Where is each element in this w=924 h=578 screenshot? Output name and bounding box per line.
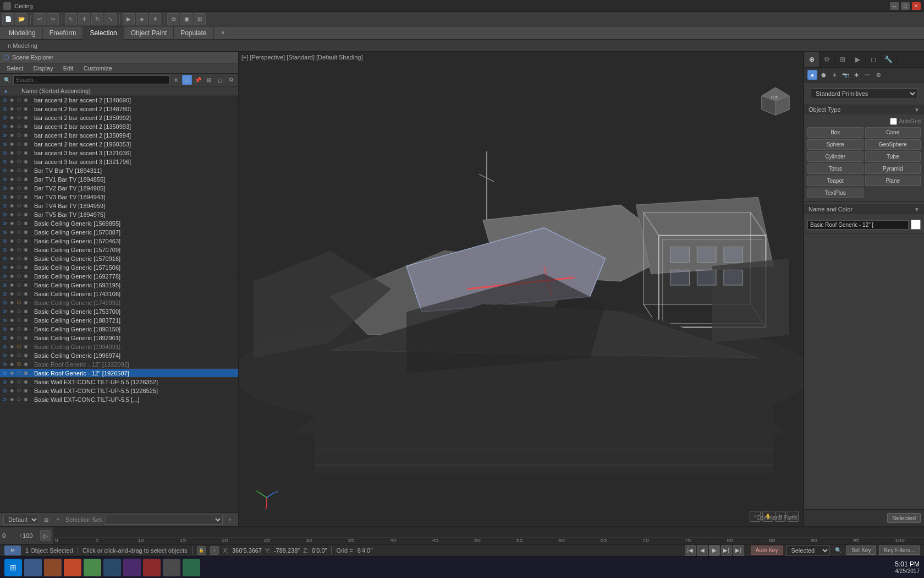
btn-tube[interactable]: Tube [865,151,921,162]
btn-cylinder[interactable]: Cylinder [807,151,864,162]
start-button[interactable]: ⊞ [4,559,22,576]
tb-material[interactable]: ◈ [136,13,148,25]
btn-plane[interactable]: Plane [865,176,921,186]
timeline-bar[interactable]: 0 5 10 15 20 25 30 35 40 45 50 55 60 65 … [53,527,924,544]
tb-move[interactable]: ✛ [78,13,90,25]
maximize-button[interactable]: □ [901,2,910,10]
coord-icon2[interactable]: ⊹ [210,546,219,555]
transport-start[interactable]: |◀ [685,545,696,556]
taskbar-app5[interactable] [143,559,161,576]
color-swatch[interactable] [911,220,921,230]
rp-tab-modify[interactable]: ⚙ [820,52,835,67]
scene-list-item[interactable]: ◎ ◉ ⬡ ▣ bar accent 3 bar accent 3 [13210… [0,149,238,157]
taskbar-ie[interactable] [24,559,42,576]
scene-list-item[interactable]: ◎ ◉ ⬡ ▣ bar accent 2 bar accent 2 [13509… [0,122,238,131]
selected-mode-dropdown[interactable]: Selected [786,546,830,555]
footer-icon1[interactable]: ⊞ [41,515,51,525]
tab-freeform[interactable]: Freeform [43,26,84,40]
scene-list-item[interactable]: ◎ ◉ ⬡ ▣ Bar TV1 Bar TV [1894855] [0,175,238,184]
scene-list-item[interactable]: ◎ ◉ ⬡ ▣ bar accent 2 bar accent 2 [13487… [0,105,238,113]
tb-open[interactable]: 📂 [15,13,28,25]
scene-list-item[interactable]: ◎ ◉ ⬡ ▣ bar accent 2 bar accent 2 [13509… [0,113,238,122]
tb-lights[interactable]: ☀ [149,13,161,25]
object-name-input[interactable] [807,220,909,230]
rp-helper-icon[interactable]: ✚ [851,70,861,80]
scene-list-item[interactable]: ◎ ◉ ⬡ ▣ bar accent 2 bar accent 2 [13509… [0,131,238,140]
scene-list-item[interactable]: ◎ ◉ ⬡ ▣ Basic Ceiling Generic [1570463] [0,237,238,246]
view-cube[interactable]: TOP [759,85,792,118]
btn-sphere[interactable]: Sphere [807,139,864,150]
rp-tab-hierarchy[interactable]: ⊞ [835,52,850,67]
rp-spacewarp-icon[interactable]: 〰 [862,70,872,80]
transport-prev[interactable]: ◀ [697,545,708,556]
minimize-button[interactable]: ─ [890,2,899,10]
scene-list-item[interactable]: ◎ ◉ ⬡ ▣ Basic Ceiling Generic [1883721] [0,316,238,325]
st-local-icon[interactable]: 📌 [193,75,203,85]
scene-list-item[interactable]: ◎ ◉ ⬡ ▣ Basic Ceiling Generic [1996974] [0,351,238,360]
rp-shape-icon[interactable]: ⬟ [818,70,828,80]
scene-list-item[interactable]: ◎ ◉ ⬡ ▣ Basic Wall EXT-CONC.TILT-UP-5.5 … [0,395,238,404]
rp-tab-motion[interactable]: ▶ [850,52,866,67]
scene-list-item[interactable]: ◎ ◉ ⬡ ▣ Basic Ceiling Generic [1570709] [0,246,238,254]
taskbar-firefox[interactable] [64,559,81,576]
st-search-icon[interactable]: 🔍 [2,75,12,85]
transport-next[interactable]: ▶| [721,545,732,556]
tb-redo[interactable]: ↪ [47,13,59,25]
tb-rotate[interactable]: ↻ [91,13,103,25]
tab-selection[interactable]: Selection [83,26,124,40]
set-key-button[interactable]: Set Key [846,546,876,555]
taskbar-unreal[interactable] [123,559,141,576]
taskbar-app6[interactable] [163,559,180,576]
rp-tab-create[interactable]: ⊕ [804,52,820,67]
coord-lock-icon[interactable]: 🔒 [197,546,206,555]
rp-tab-display[interactable]: ◻ [866,52,881,67]
scene-list-item[interactable]: ◎ ◉ ⬡ ▣ Basic Ceiling Generic [1743106] [0,290,238,298]
footer-add-icon[interactable]: + [225,515,235,525]
auto-key-button[interactable]: Auto Key [751,546,783,555]
scene-list-item[interactable]: ◎ ◉ ⬡ ▣ Basic Ceiling Generic [1749992] [0,298,238,307]
tab-populate[interactable]: Populate [174,26,213,40]
tb-select[interactable]: ↖ [65,13,77,25]
scene-menu-edit[interactable]: Edit [59,64,78,72]
scene-list-item[interactable]: ◎ ◉ ⬡ ▣ Basic Ceiling Generic [1890150] [0,325,238,334]
scene-list-item[interactable]: ◎ ◉ ⬡ ▣ Basic Ceiling Generic [1693195] [0,281,238,290]
scene-list-item[interactable]: ◎ ◉ ⬡ ▣ Bar TV2 Bar TV [1894905] [0,184,238,193]
tab-modeling[interactable]: Modeling [2,26,43,40]
tab-object-paint[interactable]: Object Paint [124,26,174,40]
tb-layer[interactable]: ⧉ [167,13,179,25]
autogrid-checkbox[interactable] [890,118,897,125]
key-search-icon[interactable]: 🔍 [833,546,843,555]
rp-systems-icon[interactable]: ⚙ [873,70,883,80]
rp-camera-icon[interactable]: 📷 [840,70,850,80]
scene-list-item[interactable]: ◎ ◉ ⬡ ▣ bar accent 2 bar accent 2 [13486… [0,96,238,105]
st-clear-icon[interactable]: ✕ [171,75,181,85]
tb-group[interactable]: ▣ [180,13,193,25]
taskbar-app7[interactable] [183,559,200,576]
btn-torus[interactable]: Torus [807,163,864,174]
primitives-dropdown[interactable]: Standard Primitives [811,88,917,99]
scene-list-item[interactable]: ◎ ◉ ⬡ ▣ Bar TV Bar TV [1894311] [0,166,238,175]
btn-box[interactable]: Box [807,127,864,138]
scene-list-item[interactable]: ◎ ◉ ⬡ ▣ Bar TV4 Bar TV [1894959] [0,201,238,210]
scene-list-item[interactable]: ◎ ◉ ⬡ ▣ Basic Ceiling Generic [1753700] [0,307,238,316]
scene-list-item[interactable]: ◎ ◉ ⬡ ▣ Bar TV5 Bar TV [1894975] [0,210,238,219]
tb-new[interactable]: 📄 [2,13,14,25]
key-filters-button[interactable]: Key Filters... [879,546,920,555]
btn-textplus[interactable]: TextPlus [807,188,864,198]
scene-list-item[interactable]: ◎ ◉ ⬡ ▣ Basic Ceiling Generic [1892901] [0,334,238,342]
btn-teapot[interactable]: Teapot [807,176,864,186]
btn-cone[interactable]: Cone [865,127,921,138]
scene-list-item[interactable]: ◎ ◉ ⬡ ▣ Basic Ceiling Generic [1994991] [0,342,238,351]
selection-set-dropdown[interactable] [105,515,223,525]
layer-dropdown[interactable]: Default [3,515,39,525]
object-type-header[interactable]: Object Type ▼ [804,105,924,114]
rp-tab-utilities[interactable]: 🔧 [881,52,897,67]
scene-list[interactable]: ◎ ◉ ⬡ ▣ bar accent 2 bar accent 2 [13486… [0,96,238,512]
scene-menu-customize[interactable]: Customize [79,64,117,72]
scene-list-item[interactable]: ◎ ◉ ⬡ ▣ Basic Ceiling Generic [1571506] [0,263,238,272]
scene-menu-display[interactable]: Display [29,64,58,72]
st-layers-icon[interactable]: ⧉ [226,75,236,85]
st-hierarchy-icon[interactable]: ⊞ [204,75,214,85]
taskbar-unity[interactable] [103,559,121,576]
tb-align[interactable]: ⊞ [194,13,206,25]
